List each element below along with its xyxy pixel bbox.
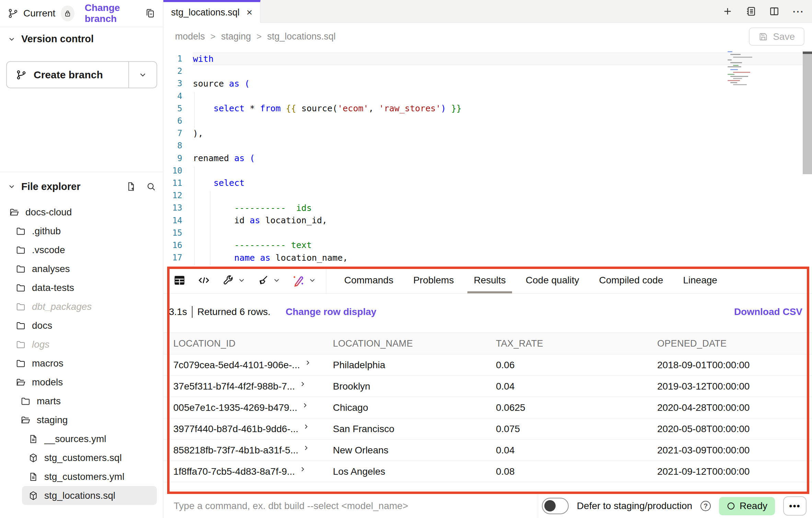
code-editor[interactable]: 1with23source as (45 select * from {{ so… (163, 50, 812, 267)
file-tree-item-data-tests[interactable]: data-tests (0, 278, 162, 297)
line-number: 17 (163, 253, 193, 262)
breadcrumb-segment[interactable]: models (175, 31, 205, 42)
breadcrumb-segment[interactable]: stg_locations.sql (267, 31, 336, 42)
code-line-5[interactable]: 5 select * from {{ source('ecom', 'raw_s… (163, 102, 812, 115)
table-cell: 0.075 (496, 424, 657, 435)
change-row-display-link[interactable]: Change row display (286, 306, 376, 317)
indent-guide (194, 92, 195, 128)
minimap[interactable] (728, 51, 775, 108)
table-row[interactable]: 7c079cea-5ed4-4101-906e-...Philadelphia0… (163, 354, 812, 376)
code-line-8[interactable]: 8 (163, 139, 812, 152)
editor-scrollbar[interactable] (803, 54, 812, 174)
file-tree-item-marts[interactable]: marts (0, 392, 162, 410)
file-tree-item-macros[interactable]: macros (0, 354, 162, 373)
table-row[interactable]: 1f8ffa70-7cb5-4d83-8a7f-9...Los Angeles0… (163, 461, 812, 482)
file-tree-item-dbt-packages[interactable]: dbt_packages (0, 297, 162, 316)
download-csv-link[interactable]: Download CSV (734, 306, 802, 317)
changelog-notebook-icon[interactable] (745, 6, 756, 17)
code-line-9[interactable]: 9renamed as ( (163, 152, 812, 165)
folder-icon (16, 302, 26, 312)
status-more-button[interactable]: ••• (783, 496, 807, 516)
panel-tab-code-quality[interactable]: Code quality (526, 267, 579, 293)
breadcrumb-segment[interactable]: staging (221, 31, 251, 42)
file-tree-item-stg-locations-sql[interactable]: stg_locations.sql (22, 486, 157, 505)
code-line-17[interactable]: 17 name as location_name, (163, 251, 812, 264)
copilot-magic-pen-dropdown[interactable] (292, 274, 316, 287)
code-lines: 1with23source as (45 select * from {{ so… (163, 53, 812, 264)
file-tree-item-stg-customers-yml[interactable]: stg_customers.yml (0, 467, 162, 486)
line-number: 3 (163, 79, 193, 88)
defer-toggle[interactable] (542, 498, 569, 514)
code-line-3[interactable]: 3source as ( (163, 77, 812, 90)
file-tree-item-stg-customers-sql[interactable]: stg_customers.sql (0, 448, 162, 467)
code-line-2[interactable]: 2 (163, 65, 812, 77)
folder-open-icon (16, 377, 26, 387)
ready-status-badge: Ready (719, 497, 775, 515)
build-wrench-dropdown[interactable] (222, 274, 246, 286)
code-line-7[interactable]: 7), (163, 127, 812, 139)
code-line-10[interactable]: 10 (163, 165, 812, 177)
expand-cell-icon[interactable] (304, 359, 312, 367)
tab-title: stg_locations.sql (171, 7, 240, 18)
panel-tab-compiled-code[interactable]: Compiled code (599, 267, 663, 293)
code-line-15[interactable]: 15 (163, 227, 812, 239)
line-number: 15 (163, 228, 193, 238)
file-tree-item-models[interactable]: models (0, 373, 162, 392)
preview-table-icon[interactable] (173, 274, 186, 287)
code-line-1[interactable]: 1with (163, 53, 812, 65)
chevron-down-icon[interactable] (8, 182, 16, 191)
code-icon[interactable] (197, 273, 211, 287)
save-button[interactable]: Save (749, 27, 804, 46)
file-tree-item-docs-cloud[interactable]: docs-cloud (0, 203, 162, 222)
new-file-icon[interactable] (126, 181, 136, 192)
file-tree-item-staging[interactable]: staging (0, 410, 162, 429)
panel-tab-problems[interactable]: Problems (413, 267, 454, 293)
version-control-section[interactable]: Version control (8, 33, 94, 45)
file-tree-item-github[interactable]: .github (0, 222, 162, 240)
expand-cell-icon[interactable] (302, 444, 310, 452)
help-icon[interactable]: ? (700, 501, 711, 511)
table-row[interactable]: 3977f440-b87d-461b-9dd6-...San Francisco… (163, 418, 812, 440)
tab-stg-locations-sql[interactable]: stg_locations.sql × (163, 0, 260, 23)
file-tree-item-docs[interactable]: docs (0, 316, 162, 335)
expand-cell-icon[interactable] (299, 380, 306, 388)
code-line-14[interactable]: 14 id as location_id, (163, 214, 812, 226)
panel-tab-lineage[interactable]: Lineage (683, 267, 717, 293)
file-tree-item-logs[interactable]: logs (0, 335, 162, 354)
panel-tab-commands[interactable]: Commands (344, 267, 393, 293)
model-icon (28, 453, 38, 463)
indent-guide (210, 191, 210, 266)
code-line-12[interactable]: 12 (163, 189, 812, 202)
panel-tab-results[interactable]: Results (474, 267, 506, 293)
expand-cell-icon[interactable] (301, 402, 309, 409)
change-branch-link[interactable]: Change branch (85, 2, 144, 24)
search-icon[interactable] (146, 181, 156, 192)
file-tree-item-analyses[interactable]: analyses (0, 259, 162, 278)
file-tree-item-vscode[interactable]: .vscode (0, 240, 162, 259)
code-line-11[interactable]: 11 select (163, 177, 812, 189)
table-row[interactable]: 858218fb-73f7-4b1b-a31f-5...New Orleans0… (163, 440, 812, 461)
command-input[interactable]: Type a command, ex. dbt build --select <… (174, 494, 408, 518)
new-tab-plus-icon[interactable] (722, 6, 733, 17)
table-cell: 1f8ffa70-7cb5-4d83-8a7f-9... (173, 466, 333, 477)
file-tree-item-sources-yml[interactable]: __sources.yml (0, 429, 162, 448)
code-line-4[interactable]: 4 (163, 90, 812, 102)
table-cell: 0.0625 (496, 402, 657, 413)
format-broom-icon (257, 274, 269, 286)
close-tab-icon[interactable]: × (246, 7, 253, 18)
code-line-6[interactable]: 6 (163, 115, 812, 127)
line-number: 12 (163, 191, 193, 200)
split-editor-icon[interactable] (769, 6, 780, 17)
expand-cell-icon[interactable] (299, 465, 306, 473)
table-row[interactable]: 37e5f311-b7f4-4f2f-988b-7...Brooklyn0.04… (163, 376, 812, 397)
folder-icon (16, 358, 26, 369)
format-broom-dropdown[interactable] (257, 274, 281, 286)
code-line-16[interactable]: 16 ---------- text (163, 239, 812, 251)
copy-icon[interactable] (144, 8, 155, 19)
table-cell: 0.08 (496, 466, 657, 477)
create-branch-button[interactable]: Create branch (6, 61, 157, 88)
code-line-13[interactable]: 13 ---------- ids (163, 202, 812, 214)
create-branch-dropdown[interactable] (128, 62, 156, 88)
expand-cell-icon[interactable] (302, 423, 310, 430)
table-row[interactable]: 005e7e1c-1935-4269-b479...Chicago0.06252… (163, 397, 812, 418)
